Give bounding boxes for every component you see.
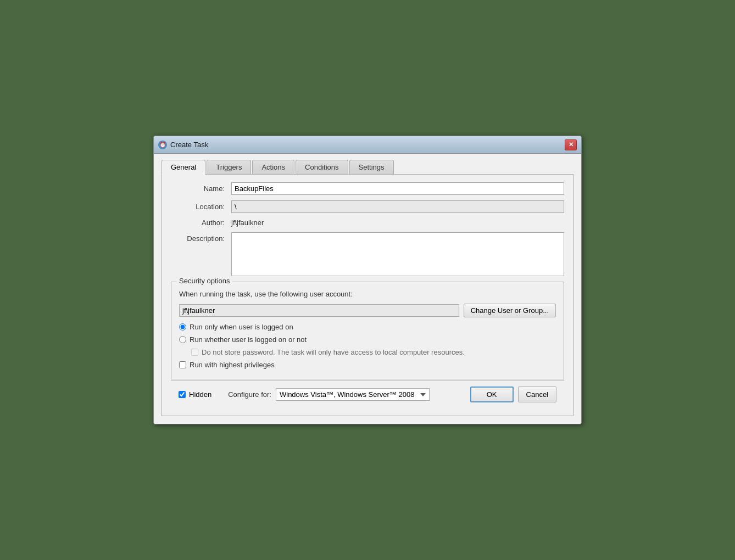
general-tab-content: Name: Location: Author: jf\jfaulkner Des… <box>162 174 573 416</box>
description-label: Description: <box>171 232 231 243</box>
description-row: Description: <box>171 232 564 276</box>
dialog-buttons: OK Cancel <box>470 387 556 402</box>
user-account-input[interactable] <box>179 304 459 317</box>
user-account-row: Change User or Group... <box>179 304 556 317</box>
tab-settings[interactable]: Settings <box>349 160 394 175</box>
radio-logged-on-label[interactable]: Run only when user is logged on <box>190 323 293 331</box>
ok-button[interactable]: OK <box>470 387 514 402</box>
configure-select[interactable]: Windows Vista™, Windows Server™ 2008 Win… <box>276 388 430 401</box>
title-bar-controls: ✕ <box>565 139 577 150</box>
name-label: Name: <box>171 184 231 193</box>
tab-conditions[interactable]: Conditions <box>296 160 348 175</box>
create-task-dialog: ⏰ Create Task ✕ General Triggers Actions… <box>153 136 582 424</box>
title-bar: ⏰ Create Task ✕ <box>154 136 581 154</box>
radio-logged-on-or-not-row: Run whether user is logged on or not <box>179 335 556 344</box>
location-input[interactable] <box>231 200 564 213</box>
window-icon: ⏰ <box>158 141 167 149</box>
tab-actions[interactable]: Actions <box>252 160 294 175</box>
configure-label: Configure for: <box>228 390 271 399</box>
run-highest-label[interactable]: Run with highest privileges <box>190 361 275 369</box>
radio-logged-on-or-not-label[interactable]: Run whether user is logged on or not <box>190 335 307 344</box>
security-description: When running the task, use the following… <box>179 290 556 298</box>
no-password-row: Do not store password. The task will onl… <box>191 348 556 356</box>
dialog-content: General Triggers Actions Conditions Sett… <box>154 154 581 424</box>
close-button[interactable]: ✕ <box>565 139 577 150</box>
security-group-label: Security options <box>177 277 232 285</box>
radio-logged-on[interactable] <box>179 323 186 331</box>
run-highest-row: Run with highest privileges <box>179 361 556 369</box>
security-options-group: Security options When running the task, … <box>171 282 564 379</box>
hidden-label[interactable]: Hidden <box>189 390 211 399</box>
bottom-bar: Hidden Configure for: Windows Vista™, Wi… <box>171 380 564 408</box>
location-row: Location: <box>171 200 564 213</box>
author-row: Author: jf\jfaulkner <box>171 219 564 227</box>
configure-row: Configure for: Windows Vista™, Windows S… <box>228 388 430 401</box>
tab-triggers[interactable]: Triggers <box>207 160 251 175</box>
title-bar-left: ⏰ Create Task <box>158 141 208 149</box>
name-input[interactable] <box>231 182 564 195</box>
no-password-label: Do not store password. The task will onl… <box>202 348 465 356</box>
tab-bar: General Triggers Actions Conditions Sett… <box>162 159 573 174</box>
author-value: jf\jfaulkner <box>231 219 264 227</box>
description-input[interactable] <box>231 232 564 276</box>
location-label: Location: <box>171 203 231 211</box>
hidden-row: Hidden <box>179 390 211 399</box>
tab-general[interactable]: General <box>162 160 205 175</box>
cancel-button[interactable]: Cancel <box>518 387 556 402</box>
change-user-button[interactable]: Change User or Group... <box>464 304 556 317</box>
author-label: Author: <box>171 219 231 227</box>
radio-logged-on-or-not[interactable] <box>179 336 186 343</box>
radio-logged-on-row: Run only when user is logged on <box>179 323 556 331</box>
name-row: Name: <box>171 182 564 195</box>
window-title: Create Task <box>170 141 208 149</box>
hidden-checkbox[interactable] <box>179 391 186 398</box>
run-highest-checkbox[interactable] <box>179 361 186 368</box>
no-password-checkbox[interactable] <box>191 349 198 356</box>
